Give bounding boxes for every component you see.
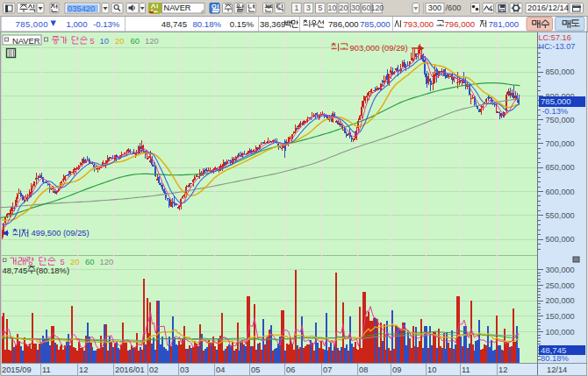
svg-text:-0.13%: -0.13% bbox=[93, 19, 120, 29]
svg-text:0.15%: 0.15% bbox=[230, 19, 255, 29]
svg-text:06: 06 bbox=[286, 365, 295, 374]
svg-text:5: 5 bbox=[318, 4, 322, 12]
svg-text:500,000: 500,000 bbox=[546, 235, 575, 244]
svg-text:250,000: 250,000 bbox=[546, 281, 575, 290]
svg-text:2016/12/14: 2016/12/14 bbox=[527, 3, 569, 12]
svg-text:-0.13%: -0.13% bbox=[542, 106, 569, 116]
svg-text:60: 60 bbox=[85, 257, 94, 266]
svg-text:/600: /600 bbox=[446, 4, 462, 12]
svg-text:120: 120 bbox=[145, 36, 159, 46]
svg-text:5: 5 bbox=[90, 36, 95, 46]
svg-text:NAVER: NAVER bbox=[12, 36, 40, 46]
svg-text:150,000: 150,000 bbox=[546, 312, 575, 321]
svg-text:750,000: 750,000 bbox=[546, 116, 575, 124]
svg-text:300: 300 bbox=[428, 4, 441, 12]
svg-text:12: 12 bbox=[79, 365, 88, 374]
svg-text:550,000: 550,000 bbox=[546, 211, 575, 220]
svg-text:796,000: 796,000 bbox=[445, 19, 476, 29]
svg-text:11: 11 bbox=[462, 365, 470, 374]
svg-text:600,000: 600,000 bbox=[546, 188, 575, 196]
svg-text:793,000: 793,000 bbox=[404, 19, 434, 29]
svg-text:48,745: 48,745 bbox=[161, 19, 187, 29]
svg-text:785,000: 785,000 bbox=[541, 96, 571, 106]
svg-text:3: 3 bbox=[306, 4, 311, 12]
svg-text:2016/01: 2016/01 bbox=[115, 365, 145, 374]
svg-text:785,000: 785,000 bbox=[16, 19, 48, 29]
svg-text:700,000: 700,000 bbox=[546, 139, 575, 148]
svg-text:10: 10 bbox=[100, 36, 109, 46]
svg-text:1,000: 1,000 bbox=[67, 19, 88, 29]
svg-text:10: 10 bbox=[427, 365, 436, 374]
svg-text:20: 20 bbox=[70, 257, 79, 266]
svg-text:07: 07 bbox=[323, 365, 332, 374]
svg-text:120: 120 bbox=[371, 4, 384, 12]
svg-text:02: 02 bbox=[149, 365, 158, 374]
svg-text:09: 09 bbox=[392, 365, 401, 374]
svg-text:20: 20 bbox=[340, 4, 348, 12]
svg-text:650,000: 650,000 bbox=[546, 163, 575, 172]
svg-text:035420: 035420 bbox=[68, 4, 95, 13]
svg-text:200,000: 200,000 bbox=[546, 296, 575, 305]
svg-text:HC:-13.07: HC:-13.07 bbox=[539, 42, 576, 51]
svg-text:499,500 (09/25): 499,500 (09/25) bbox=[32, 228, 90, 238]
svg-text:03: 03 bbox=[180, 365, 189, 374]
svg-text:80.18%: 80.18% bbox=[192, 19, 221, 29]
svg-text:60: 60 bbox=[362, 4, 371, 12]
svg-text:300,000: 300,000 bbox=[546, 266, 575, 274]
svg-text:903,000 (09/29): 903,000 (09/29) bbox=[350, 43, 408, 53]
svg-text:11: 11 bbox=[42, 365, 51, 374]
svg-text:12/14: 12/14 bbox=[547, 365, 567, 374]
svg-text:786,000: 786,000 bbox=[328, 19, 359, 29]
svg-text:10: 10 bbox=[328, 4, 337, 12]
svg-text:NAVER: NAVER bbox=[164, 4, 191, 12]
svg-text:60: 60 bbox=[131, 36, 140, 46]
svg-text:120: 120 bbox=[100, 257, 114, 266]
svg-text:1: 1 bbox=[294, 4, 298, 12]
svg-text:12: 12 bbox=[498, 365, 507, 374]
svg-text:850,000: 850,000 bbox=[546, 67, 575, 76]
svg-text:20: 20 bbox=[115, 36, 124, 46]
svg-text:48,745: 48,745 bbox=[3, 266, 28, 275]
svg-text:100,000: 100,000 bbox=[546, 328, 575, 337]
svg-text:785,000: 785,000 bbox=[360, 19, 391, 29]
svg-text:80.18%: 80.18% bbox=[541, 353, 569, 363]
svg-text:LC:57.16: LC:57.16 bbox=[539, 33, 571, 42]
svg-text:781,000: 781,000 bbox=[489, 19, 520, 29]
svg-text:(80.18%): (80.18%) bbox=[36, 266, 69, 275]
svg-text:08: 08 bbox=[359, 365, 368, 374]
svg-text:30: 30 bbox=[351, 4, 360, 12]
svg-text:05: 05 bbox=[251, 365, 260, 374]
svg-text:04: 04 bbox=[216, 365, 225, 374]
svg-text:2015/09: 2015/09 bbox=[2, 365, 32, 374]
svg-text:38,369: 38,369 bbox=[260, 19, 285, 29]
